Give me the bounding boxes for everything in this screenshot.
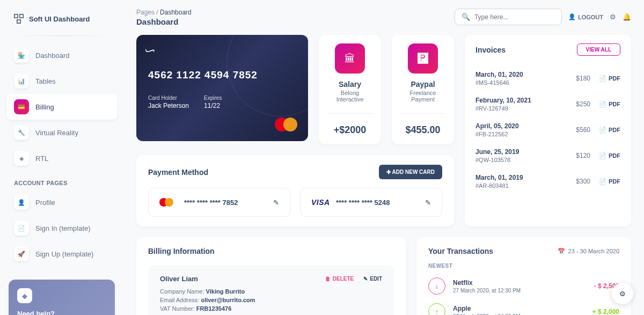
billing-title: Billing Information xyxy=(148,247,394,255)
arrow-down-icon: ↓ xyxy=(428,277,445,295)
payment-title: Payment Method xyxy=(148,168,208,177)
pencil-icon: ✎ xyxy=(363,276,368,282)
mastercard-icon xyxy=(159,198,177,207)
sidebar-item-signin[interactable]: 📄Sign In (template) xyxy=(6,215,117,241)
invoice-id: #RV-126749 xyxy=(475,105,531,112)
breadcrumb: Pages / Dashboard xyxy=(136,9,192,16)
expires-value: 11/22 xyxy=(204,102,222,109)
shop-icon: 🏪 xyxy=(14,48,29,63)
svg-rect-2 xyxy=(17,20,20,23)
sidebar-item-rtl[interactable]: ◈RTL xyxy=(6,145,117,171)
gear-icon: ⚙ xyxy=(619,290,626,298)
transaction-row: ↓Netflix27 March 2020, at 12:30 PM- $ 2,… xyxy=(428,273,619,299)
trans-range: 📅23 - 30 March 2020 xyxy=(558,248,619,255)
transactions-section: Your Transactions 📅23 - 30 March 2020 NE… xyxy=(416,237,631,315)
invoice-id: #MS-415646 xyxy=(475,79,523,86)
sidebar-item-label: Sign In (template) xyxy=(35,224,91,232)
search-icon: 🔍 xyxy=(462,13,470,21)
nav-section-label: ACCOUNT PAGES xyxy=(6,171,117,189)
delete-button[interactable]: 🗑DELETE xyxy=(325,276,354,282)
bell-icon[interactable]: 🔔 xyxy=(623,13,631,21)
pdf-button[interactable]: 📄PDF xyxy=(599,152,620,159)
chart-icon: 📊 xyxy=(14,74,29,89)
trans-time: 27 March 2020, at 12:30 PM xyxy=(453,288,587,294)
search-field[interactable] xyxy=(474,13,555,21)
invoice-row: February, 10, 2021#RV-126749$250📄PDF xyxy=(475,91,620,117)
sidebar-item-tables[interactable]: 📊Tables xyxy=(6,68,117,94)
sidebar-item-label: RTL xyxy=(35,155,48,163)
breadcrumb-current: Dashboard xyxy=(160,9,192,16)
masked-number: **** **** **** 5248 xyxy=(336,199,418,207)
brand-logo[interactable]: Soft UI Dashboard xyxy=(6,9,117,29)
help-card: ◆ Need help? Please check our docs CONTA… xyxy=(9,280,115,315)
wifi-icon: ⟆ xyxy=(144,49,156,53)
trans-name: Apple xyxy=(453,305,585,312)
pdf-button[interactable]: 📄PDF xyxy=(599,101,620,108)
add-card-button[interactable]: ✚ ADD NEW CARD xyxy=(379,165,442,179)
user-icon: 👤 xyxy=(568,13,576,20)
edit-icon[interactable]: ✎ xyxy=(273,199,279,207)
edit-button[interactable]: ✎EDIT xyxy=(363,276,382,282)
invoice-row: March, 01, 2020#MS-415646$180📄PDF xyxy=(475,65,620,91)
svg-rect-1 xyxy=(20,14,23,18)
invoice-amount: $300 xyxy=(576,178,590,185)
sidebar-item-signup[interactable]: 🚀Sign Up (template) xyxy=(6,241,117,267)
billing-item: Oliver Liam🗑DELETE✎EDITCompany Name: Vik… xyxy=(148,265,394,315)
pdf-icon: 📄 xyxy=(599,101,606,108)
logo-icon xyxy=(13,13,25,25)
stat-title: Salary xyxy=(327,80,372,89)
trans-amount: + $ 2,000 xyxy=(592,308,619,315)
calendar-icon: 📅 xyxy=(558,248,565,255)
settings-fab[interactable]: ⚙ xyxy=(612,283,633,304)
sidebar-item-label: Virtual Reality xyxy=(35,129,78,137)
billing-name: Oliver Liam xyxy=(160,275,198,283)
search-input[interactable]: 🔍 xyxy=(455,9,562,25)
invoice-id: #AR-803481 xyxy=(475,182,523,189)
trans-time: 27 March 2020, at 04:30 AM xyxy=(453,313,585,316)
invoice-id: #FB-212562 xyxy=(475,131,519,137)
invoice-date: April, 05, 2020 xyxy=(475,122,519,130)
invoice-row: April, 05, 2020#FB-212562$560📄PDF xyxy=(475,117,620,143)
diamond-icon: ◈ xyxy=(14,151,29,166)
invoice-date: March, 01, 2020 xyxy=(475,71,523,78)
pdf-icon: 📄 xyxy=(599,152,606,159)
card-number: 4562 1122 4594 7852 xyxy=(148,69,296,81)
svg-rect-0 xyxy=(14,14,18,18)
settings-icon[interactable]: ⚙ xyxy=(610,13,616,21)
invoice-id: #QW-103578 xyxy=(475,157,519,163)
sidebar-item-vr[interactable]: 🔧Virtual Reality xyxy=(6,120,117,145)
stat-card-salary: 🏛 Salary Belong Interactive +$2000 xyxy=(319,35,381,144)
sidebar-item-profile[interactable]: 👤Profile xyxy=(6,189,117,215)
page-title: Dashboard xyxy=(136,17,192,26)
payment-card: **** **** **** 7852 ✎ xyxy=(148,188,290,217)
holder-value: Jack Peterson xyxy=(148,102,189,109)
rocket-icon: 🚀 xyxy=(14,246,29,261)
trans-name: Netflix xyxy=(453,279,587,287)
transaction-row: ↑Apple27 March 2020, at 04:30 AM+ $ 2,00… xyxy=(428,299,619,315)
pdf-button[interactable]: 📄PDF xyxy=(599,75,620,82)
logout-link[interactable]: 👤LOGOUT xyxy=(568,13,603,20)
expires-label: Expires xyxy=(204,95,222,101)
invoice-amount: $250 xyxy=(576,100,590,108)
doc-icon: 📄 xyxy=(14,221,29,236)
stat-sub: Freelance Payment xyxy=(400,90,445,102)
card-icon: 💳 xyxy=(14,99,29,114)
brand-name: Soft UI Dashboard xyxy=(29,15,90,23)
invoice-row: March, 01, 2019#AR-803481$300📄PDF xyxy=(475,169,620,194)
billing-company: Company Name: Viking Burrito xyxy=(160,288,382,295)
sidebar-item-dashboard[interactable]: 🏪Dashboard xyxy=(6,42,117,68)
billing-vat: VAT Number: FRB1235476 xyxy=(160,305,382,312)
trash-icon: 🗑 xyxy=(325,276,331,282)
pdf-button[interactable]: 📄PDF xyxy=(599,127,620,134)
invoice-date: June, 25, 2019 xyxy=(475,148,519,156)
masked-number: **** **** **** 7852 xyxy=(184,199,266,207)
view-all-button[interactable]: VIEW ALL xyxy=(577,43,620,56)
holder-label: Card Holder xyxy=(148,95,189,101)
pdf-button[interactable]: 📄PDF xyxy=(599,178,620,185)
sidebar-item-billing[interactable]: 💳Billing xyxy=(6,94,117,120)
breadcrumb-root[interactable]: Pages xyxy=(136,9,155,16)
mastercard-icon xyxy=(275,118,297,131)
trans-section-newest: NEWEST xyxy=(428,263,619,269)
edit-icon[interactable]: ✎ xyxy=(425,199,431,207)
payment-method-section: Payment Method ✚ ADD NEW CARD **** **** … xyxy=(136,155,454,226)
